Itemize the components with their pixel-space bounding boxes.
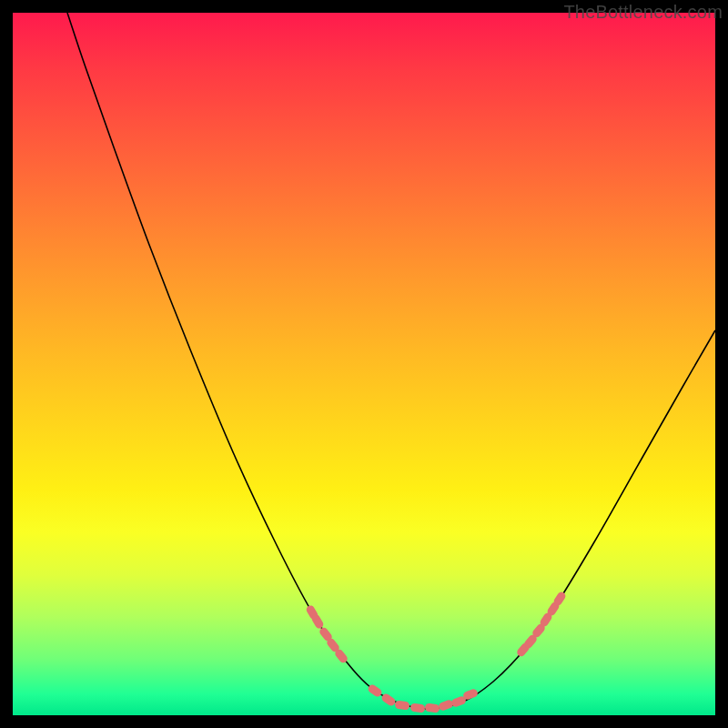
data-marker xyxy=(394,700,410,710)
marker-group xyxy=(305,591,567,713)
data-marker xyxy=(380,693,397,708)
plot-svg xyxy=(13,13,715,715)
data-marker xyxy=(410,703,425,713)
data-marker xyxy=(424,703,440,713)
plot-frame xyxy=(13,13,715,715)
data-marker xyxy=(438,699,454,712)
bottleneck-curve xyxy=(67,13,715,709)
